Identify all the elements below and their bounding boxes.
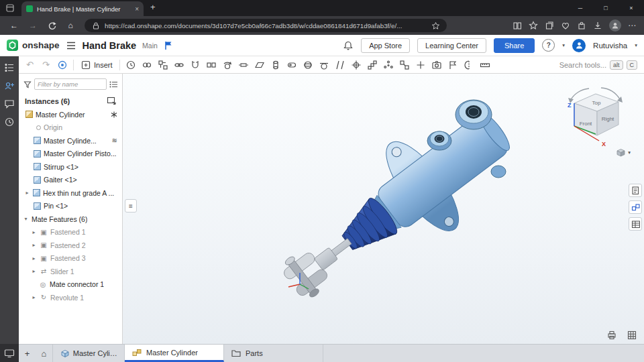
circular-pattern-icon[interactable] (381, 58, 396, 72)
tree-item-hex-nut[interactable]: ▸ Hex thin nut grade A ... (19, 186, 122, 200)
tab-parts-folder[interactable]: Parts (224, 345, 323, 362)
section-view-icon[interactable] (462, 58, 477, 72)
chevron-right-icon[interactable]: ▸ (31, 255, 37, 261)
tree-item-revolute-1[interactable]: ▸ ↻ Revolute 1 (19, 291, 122, 304)
view-cube[interactable]: Top Front Right Z X (562, 83, 626, 150)
fastened-mate-icon[interactable] (204, 58, 219, 72)
parts-panel-icon[interactable] (629, 200, 642, 214)
pin-slot-mate-icon[interactable] (284, 58, 300, 72)
linear-pattern-icon[interactable] (365, 58, 380, 72)
user-avatar[interactable] (572, 39, 586, 52)
explode-icon[interactable] (413, 58, 429, 72)
tree-item-gaiter[interactable]: Gaiter <1> (19, 174, 122, 187)
tree-item-fastened-2[interactable]: ▸ ▣ Fastened 2 (19, 239, 122, 252)
tree-item-fastened-3[interactable]: ▸ ▣ Fastened 3 (19, 252, 122, 265)
chevron-down-icon[interactable]: ▾ (23, 216, 29, 222)
3d-viewport[interactable]: Top Front Right Z X ▾ ≡ (123, 74, 644, 344)
branch-flag-icon[interactable] (164, 40, 173, 50)
tangent-mate-icon[interactable] (317, 58, 332, 72)
insert-instance-icon[interactable] (107, 97, 117, 105)
home-button[interactable]: ⌂ (62, 18, 79, 33)
tree-item-stirrup[interactable]: Stirrup <1> (19, 160, 122, 174)
onshape-logo-icon[interactable] (7, 40, 18, 51)
replicate-icon[interactable] (397, 58, 413, 72)
user-menu-caret-icon[interactable]: ▾ (635, 42, 637, 48)
history-panel-icon[interactable] (4, 117, 15, 127)
parallel-mate-icon[interactable] (333, 58, 348, 72)
share-button[interactable]: Share (494, 38, 535, 53)
back-button[interactable]: ← (5, 18, 23, 33)
tree-item-origin[interactable]: Origin (19, 121, 122, 135)
minimize-button[interactable]: ─ (568, 0, 593, 16)
user-name[interactable]: Rutuvisha (593, 42, 627, 50)
forward-button[interactable]: → (24, 18, 42, 33)
follow-mode-icon[interactable] (54, 58, 70, 72)
print-icon[interactable] (606, 330, 617, 341)
ball-mate-icon[interactable] (301, 58, 316, 72)
tree-item-pin[interactable]: Pin <1> (19, 200, 122, 213)
snap-mode-icon[interactable] (188, 58, 203, 72)
workspace-name[interactable]: Main (142, 42, 158, 50)
redo-icon[interactable]: ↷ (38, 58, 54, 72)
tree-item-master-cylinder-part[interactable]: Master Cylinde... ≋ (19, 134, 122, 147)
browser-tab[interactable]: Hand Brake | Master Cylinder × (21, 1, 144, 16)
grid-icon[interactable] (627, 330, 637, 341)
snapshot-icon[interactable] (429, 58, 445, 72)
tree-item-master-cylinder[interactable]: Master Cylinder (19, 108, 122, 121)
new-tab-button[interactable]: + (150, 2, 156, 12)
mate-connector-icon[interactable] (349, 58, 364, 72)
history-icon[interactable] (123, 58, 139, 72)
tree-item-slider-1[interactable]: ▸ ⇄ Slider 1 (19, 265, 122, 278)
browser-profile-avatar[interactable] (609, 19, 621, 32)
collections-icon[interactable] (545, 21, 554, 30)
refresh-button[interactable] (43, 18, 60, 33)
learning-center-button[interactable]: Learning Center (417, 38, 486, 53)
relation-icon[interactable] (172, 58, 187, 72)
undo-icon[interactable]: ↶ (22, 58, 38, 72)
chevron-right-icon[interactable]: ▸ (24, 190, 30, 196)
main-menu-icon[interactable] (66, 40, 76, 51)
tab-close-icon[interactable]: × (135, 5, 139, 13)
new-tab-plus-button[interactable]: + (19, 345, 36, 362)
browser-essentials-icon[interactable] (561, 21, 570, 30)
onshape-logo-text[interactable]: onshape (22, 40, 60, 50)
maximize-button[interactable]: □ (593, 0, 619, 16)
group-icon[interactable] (156, 58, 171, 72)
browser-menu-icon[interactable]: ⋯ (628, 21, 636, 30)
tree-item-fastened-1[interactable]: ▸ ▣ Fastened 1 (19, 226, 122, 239)
tree-item-mate-connector-1[interactable]: ◎ Mate connector 1 (19, 278, 122, 292)
slider-mate-icon[interactable] (236, 58, 252, 72)
filter-funnel-icon[interactable] (23, 80, 32, 88)
named-positions-icon[interactable] (445, 58, 461, 72)
insert-button[interactable]: Insert (77, 60, 116, 70)
filter-input[interactable] (34, 78, 107, 90)
planar-mate-icon[interactable] (252, 58, 268, 72)
favorites-star-icon[interactable] (529, 21, 538, 30)
tree-item-mate-features[interactable]: ▾ Mate Features (6) (19, 213, 122, 226)
help-caret-icon[interactable]: ▾ (562, 42, 565, 48)
workspaces-icon[interactable] (6, 4, 14, 12)
notifications-bell-icon[interactable] (343, 40, 354, 51)
revolute-mate-icon[interactable] (220, 58, 235, 72)
tab-master-cylinder-assembly[interactable]: Master Cylinder (125, 345, 224, 362)
help-button[interactable]: ? (542, 39, 555, 52)
mate-icon[interactable] (140, 58, 155, 72)
tab-master-cylinder-part-studio[interactable]: Master Cylinder (52, 345, 125, 362)
chevron-right-icon[interactable]: ▸ (31, 294, 37, 300)
panel-collapse-handle[interactable]: ≡ (125, 199, 137, 213)
tab-home-button[interactable]: ⌂ (36, 345, 52, 362)
comments-icon[interactable] (4, 99, 15, 109)
close-button[interactable]: × (619, 0, 644, 16)
measure-icon[interactable] (478, 58, 493, 72)
url-bar[interactable]: https://cad.onshape.com/documents/3d107d… (85, 19, 447, 32)
document-panel-icon[interactable] (629, 184, 642, 197)
app-store-button[interactable]: App Store (361, 38, 410, 53)
chevron-right-icon[interactable]: ▸ (31, 242, 37, 248)
cylindrical-mate-icon[interactable] (268, 58, 284, 72)
view-options-button[interactable]: ▾ (616, 147, 631, 158)
bom-panel-icon[interactable] (629, 217, 642, 231)
follow-icon[interactable] (4, 80, 15, 91)
chevron-right-icon[interactable]: ▸ (31, 268, 37, 274)
downloads-icon[interactable] (593, 21, 602, 30)
tree-item-master-cylinder-piston[interactable]: Master Cylinder Pisto... (19, 147, 122, 161)
